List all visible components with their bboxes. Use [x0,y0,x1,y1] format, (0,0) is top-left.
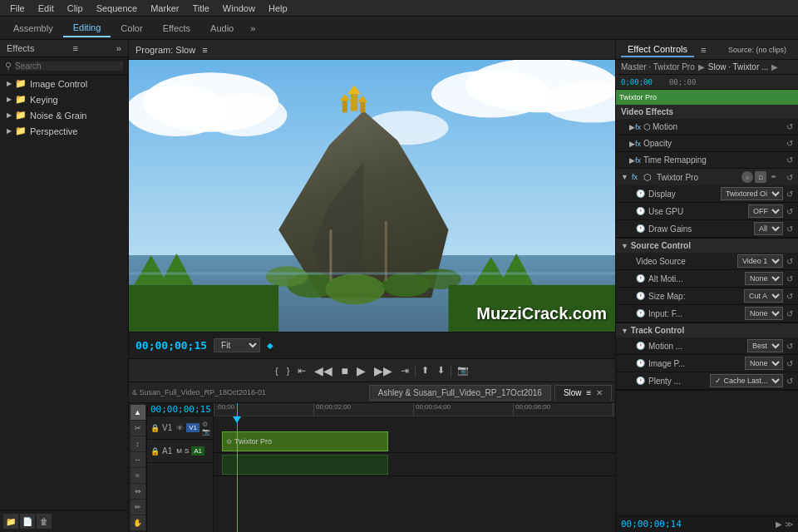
folder-icon-image-control: 📁 [15,78,27,89]
ec-time-remap-row: ▶ fx Time Remapping ↺ [616,152,798,169]
ec-pl-reset[interactable]: ↺ [786,377,793,386]
tab-slow-menu[interactable]: ≡ [586,388,591,397]
ripple-tool[interactable]: ↕ [131,436,145,451]
tab-ashley[interactable]: Ashley & Susan_Full_Video_RP_17Oct2016 [369,385,551,401]
track-v1-label-btn[interactable]: V1 [186,423,200,432]
slide-tool[interactable]: ⇔ [131,484,145,499]
hand-tool[interactable]: ✋ [131,515,145,530]
ec-motion-reset[interactable]: ↺ [786,122,793,131]
ec-am-reset[interactable]: ↺ [786,274,793,283]
tab-close-slow[interactable]: ✕ [596,388,603,397]
program-menu-icon[interactable]: ≡ [202,45,207,55]
clip-audio[interactable] [222,455,388,475]
playhead[interactable] [237,403,238,532]
menu-marker[interactable]: Marker [144,3,185,13]
tab-source[interactable]: Source: (no clips) [722,44,793,56]
track-a1-mute[interactable]: M [176,447,182,455]
roll-tool[interactable]: ↔ [131,452,145,467]
track-a1-label-btn[interactable]: A1 [191,446,204,456]
ec-time-remap-reset[interactable]: ↺ [786,155,793,165]
mark-out-button[interactable]: } [284,366,293,376]
menu-window[interactable]: Window [216,3,262,13]
extract-button[interactable]: ⬇ [435,365,447,376]
ec-motion-collapse[interactable]: ▶ [629,123,635,131]
tab-audio[interactable]: Audio [200,20,244,37]
menu-help[interactable]: Help [262,3,294,13]
search-input[interactable] [15,62,123,71]
new-item-button[interactable]: 📄 [20,514,35,529]
tab-assembly[interactable]: Assembly [3,20,63,37]
tw-pencil-icon[interactable]: ✏ [768,171,780,183]
tc-collapse[interactable]: ▼ [621,327,628,335]
ec-if-reset[interactable]: ↺ [786,309,793,318]
effects-panel-more-icon[interactable]: » [116,43,121,53]
track-a1-solo[interactable]: S [185,447,189,455]
ec-display-dropdown[interactable]: Twixtored Oi [721,187,783,200]
effect-folder-perspective[interactable]: ▶ 📁 Perspective [0,123,128,139]
tab-editing[interactable]: Editing [63,19,111,37]
effect-folder-noise[interactable]: ▶ 📁 Noise & Grain [0,107,128,123]
ec-use-gpu-reset[interactable]: ↺ [786,207,793,216]
delete-button[interactable]: 🗑 [37,514,52,529]
workspace-more[interactable]: » [244,20,262,37]
new-bin-button[interactable]: 📁 [3,514,18,529]
razor-tool[interactable]: ✂ [131,421,145,436]
ec-time-remap-collapse[interactable]: ▶ [629,156,635,165]
fit-select[interactable]: Fit 25% 50% 100% [214,338,260,352]
ec-mt-reset[interactable]: ↺ [786,342,793,351]
play-button[interactable]: ▶ [354,364,368,377]
ec-twixtor-reset[interactable]: ↺ [786,173,793,182]
export-frame-button[interactable]: 📷 [455,365,471,376]
track-a1-lock[interactable]: 🔒 [150,447,160,456]
ec-sm-reset[interactable]: ↺ [786,292,793,301]
go-in-button[interactable]: ⇤ [295,365,308,377]
menu-sequence[interactable]: Sequence [90,3,145,13]
ec-sm-dropdown[interactable]: Cut A [744,289,783,303]
menu-edit[interactable]: Edit [32,3,61,13]
right-panel-menu[interactable]: ≡ [701,45,706,55]
sc-collapse[interactable]: ▼ [621,242,628,250]
step-back-button[interactable]: ◀◀ [312,364,335,377]
ec-draw-gains-reset[interactable]: ↺ [786,224,793,234]
tw-rect-icon[interactable]: □ [755,171,766,183]
ec-ip-dropdown[interactable]: None [745,357,783,370]
ec-opacity-collapse[interactable]: ▶ [629,140,635,148]
ec-pl-dropdown[interactable]: ✓ Cache Last... [710,374,783,387]
ec-use-gpu-dropdown[interactable]: OFF ON [748,204,783,218]
ec-am-dropdown[interactable]: None [745,272,783,285]
ec-source-control-header[interactable]: ▼ Source Control [616,239,798,253]
ec-video-effects-header[interactable]: Video Effects [616,105,798,119]
menu-file[interactable]: File [3,3,32,13]
menu-title[interactable]: Title [185,3,215,13]
ec-vs-dropdown[interactable]: Video 1 [737,254,783,268]
ec-display-reset[interactable]: ↺ [786,190,793,199]
ec-if-dropdown[interactable]: None [745,307,783,320]
stop-button[interactable]: ■ [338,364,350,377]
slip-tool[interactable]: ≈ [131,468,145,483]
pen-tool[interactable]: ✏ [131,500,145,515]
ec-vs-reset[interactable]: ↺ [786,257,793,266]
tab-effects[interactable]: Effects [153,20,200,37]
lift-button[interactable]: ⬆ [419,365,431,376]
go-out-button[interactable]: ⇥ [398,365,411,377]
track-v1-eye[interactable]: 👁 [176,424,184,432]
selection-tool[interactable]: ▲ [131,405,145,420]
ec-ip-reset[interactable]: ↺ [786,359,793,368]
tab-effect-controls[interactable]: Effect Controls [621,42,694,57]
mark-in-button[interactable]: { [273,366,281,376]
effect-folder-keying[interactable]: ▶ 📁 Keying [0,91,128,107]
tw-circle-icon[interactable]: ○ [741,171,753,183]
menu-clip[interactable]: Clip [61,3,90,13]
ec-opacity-reset[interactable]: ↺ [786,139,793,148]
ec-mt-dropdown[interactable]: Best [747,339,783,352]
effect-folder-image-control[interactable]: ▶ 📁 Image Control [0,76,128,91]
track-v1-lock[interactable]: 🔒 [150,424,160,432]
tab-color[interactable]: Color [111,20,152,37]
step-forward-button[interactable]: ▶▶ [372,364,395,377]
tab-slow[interactable]: Slow ≡ ✕ [554,385,612,401]
ec-track-control-header[interactable]: ▼ Track Control [616,323,798,337]
clip-twixtor[interactable]: ⚙ Twixtor Pro [222,431,388,451]
ec-draw-gains-dropdown[interactable]: All [754,222,783,235]
effects-panel-menu-icon[interactable]: ≡ [72,43,77,53]
ec-twixtor-collapse[interactable]: ▼ [621,173,628,181]
